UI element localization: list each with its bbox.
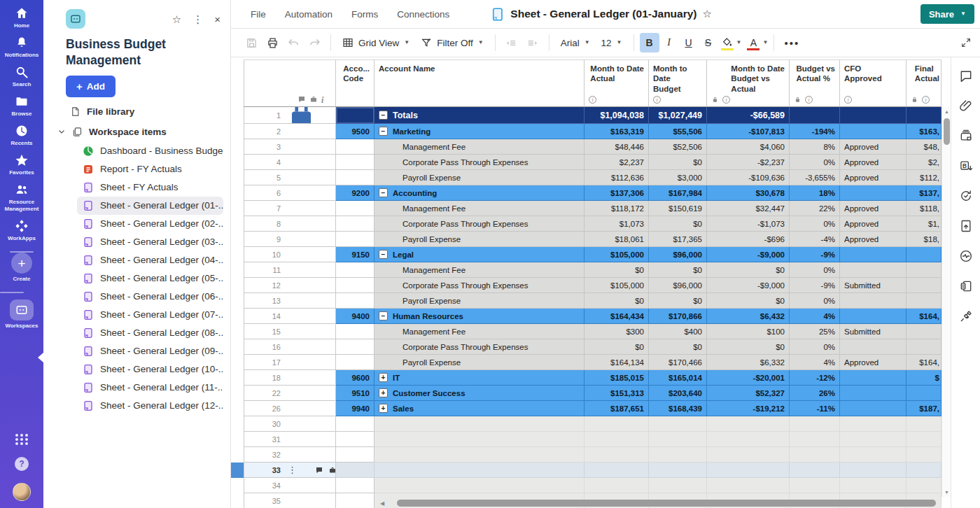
cell-value[interactable] <box>906 324 941 339</box>
expand-row-icon[interactable]: + <box>379 404 388 413</box>
cell-value[interactable]: Approved <box>840 201 906 216</box>
share-button[interactable]: Share▼ <box>920 4 974 24</box>
row-header[interactable]: 22 <box>244 386 336 401</box>
indent-icon[interactable] <box>522 33 543 52</box>
collapse-icon[interactable]: − <box>379 188 388 197</box>
cell-value[interactable] <box>840 247 906 262</box>
refresh-icon[interactable] <box>959 189 973 203</box>
cell-value[interactable]: -$9,000 <box>707 278 790 293</box>
cell-value[interactable]: 4% <box>790 309 840 324</box>
cell-value[interactable]: $ <box>906 370 941 386</box>
cell-value[interactable]: $2, <box>906 155 941 170</box>
row-header[interactable]: 17 <box>244 355 336 370</box>
cell-value[interactable] <box>906 293 941 309</box>
fill-color-caret[interactable]: ▼ <box>736 40 742 45</box>
cell-account-name[interactable] <box>374 478 584 493</box>
cell-value[interactable]: $151,313 <box>584 386 649 401</box>
collapse-icon[interactable]: − <box>379 111 388 120</box>
collapse-icon[interactable]: − <box>379 127 388 136</box>
cell-value[interactable] <box>790 463 840 478</box>
kebab-menu-icon[interactable]: ⋮ <box>192 14 203 24</box>
cell-account-name[interactable] <box>374 447 584 463</box>
cell-value[interactable] <box>906 463 941 478</box>
sidebar-nav-workspaces[interactable]: Workspaces <box>0 299 43 330</box>
cell-value[interactable]: 22% <box>790 201 840 216</box>
cell-value[interactable]: $0 <box>649 293 707 309</box>
row-header[interactable]: 35 <box>244 493 336 508</box>
cell-value[interactable]: Approved <box>840 170 906 185</box>
summary-icon[interactable] <box>959 279 973 293</box>
cell-account-code[interactable] <box>336 339 374 355</box>
cell-value[interactable] <box>906 247 941 262</box>
cell-value[interactable]: -$9,000 <box>707 247 790 262</box>
cell-account-name[interactable]: Payroll Expense <box>374 355 584 370</box>
cell-value[interactable]: Approved <box>840 155 906 170</box>
cell-account-code[interactable] <box>336 201 374 216</box>
sidebar-item[interactable]: Dashboard - Business Budge... <box>77 142 223 160</box>
row-header[interactable]: 16 <box>244 339 336 355</box>
menu-file[interactable]: File <box>251 9 266 20</box>
cell-value[interactable]: $32,447 <box>707 201 790 216</box>
cell-value[interactable]: -$19,212 <box>707 401 790 416</box>
cell-value[interactable]: -$109,636 <box>707 170 790 185</box>
expand-icon[interactable] <box>960 37 972 48</box>
scroll-left-icon[interactable]: ◀ <box>380 500 384 507</box>
cell-value[interactable]: 25% <box>790 324 840 339</box>
cell-value[interactable] <box>906 447 941 463</box>
cell-account-code[interactable] <box>336 139 374 155</box>
cell-value[interactable]: $0 <box>584 339 649 355</box>
update-requests-icon[interactable]: B <box>959 159 973 173</box>
cell-value[interactable] <box>906 339 941 355</box>
outdent-icon[interactable] <box>501 33 522 52</box>
row-header[interactable]: 8 <box>244 216 336 232</box>
attachments-icon[interactable] <box>959 99 973 113</box>
cell-value[interactable] <box>906 416 941 432</box>
cell-value[interactable]: $150,619 <box>649 201 707 216</box>
workspace-items-toggle[interactable]: Workspace items <box>43 122 230 142</box>
cell-value[interactable]: $0 <box>584 293 649 309</box>
cell-value[interactable]: -3,655% <box>790 170 840 185</box>
cell-value[interactable]: -$1,073 <box>707 216 790 232</box>
cell-value[interactable]: $203,640 <box>649 386 707 401</box>
cell-value[interactable]: $0 <box>707 293 790 309</box>
cell-value[interactable]: $164, <box>906 309 941 324</box>
cell-value[interactable]: $112,636 <box>584 170 649 185</box>
row-header[interactable]: 30 <box>244 416 336 432</box>
cell-value[interactable]: $0 <box>649 216 707 232</box>
cell-value[interactable] <box>840 386 906 401</box>
cell-value[interactable]: $105,000 <box>584 278 649 293</box>
cell-value[interactable]: Approved <box>840 232 906 247</box>
sidebar-item[interactable]: Sheet - General Ledger (07-... <box>77 306 223 324</box>
cell-value[interactable] <box>584 463 649 478</box>
cell-value[interactable] <box>584 447 649 463</box>
cell-value[interactable] <box>584 416 649 432</box>
cell-value[interactable]: 8% <box>790 139 840 155</box>
cell-account-name[interactable] <box>374 463 584 478</box>
cell-account-name[interactable]: −Totals <box>374 107 584 124</box>
apps-grid-icon[interactable] <box>15 434 29 445</box>
cell-value[interactable]: 0% <box>790 293 840 309</box>
column-header[interactable]: Budget vs Actual %i <box>790 60 840 107</box>
cell-value[interactable] <box>649 416 707 432</box>
row-header[interactable]: 15 <box>244 324 336 339</box>
cell-account-name[interactable]: Corporate Pass Through Expenses <box>374 216 584 232</box>
proofs-icon[interactable] <box>959 129 973 143</box>
cell-value[interactable]: 4% <box>790 355 840 370</box>
cell-value[interactable]: $118, <box>906 201 941 216</box>
cell-value[interactable]: $168,439 <box>649 401 707 416</box>
cell-value[interactable] <box>649 432 707 447</box>
cell-value[interactable]: -4% <box>790 232 840 247</box>
cell-account-name[interactable]: Payroll Expense <box>374 232 584 247</box>
cell-value[interactable] <box>906 478 941 493</box>
save-icon[interactable] <box>241 33 262 52</box>
cell-value[interactable] <box>649 463 707 478</box>
favorite-star-icon[interactable]: ☆ <box>172 14 181 24</box>
cell-account-name[interactable]: +Sales <box>374 401 584 416</box>
print-icon[interactable] <box>262 33 283 52</box>
column-header[interactable]: Final Actuali <box>906 60 941 107</box>
cell-account-name[interactable]: Corporate Pass Through Expenses <box>374 155 584 170</box>
cell-value[interactable] <box>840 293 906 309</box>
cell-value[interactable]: $0 <box>649 262 707 278</box>
cell-value[interactable]: $96,000 <box>649 247 707 262</box>
cell-value[interactable] <box>707 416 790 432</box>
